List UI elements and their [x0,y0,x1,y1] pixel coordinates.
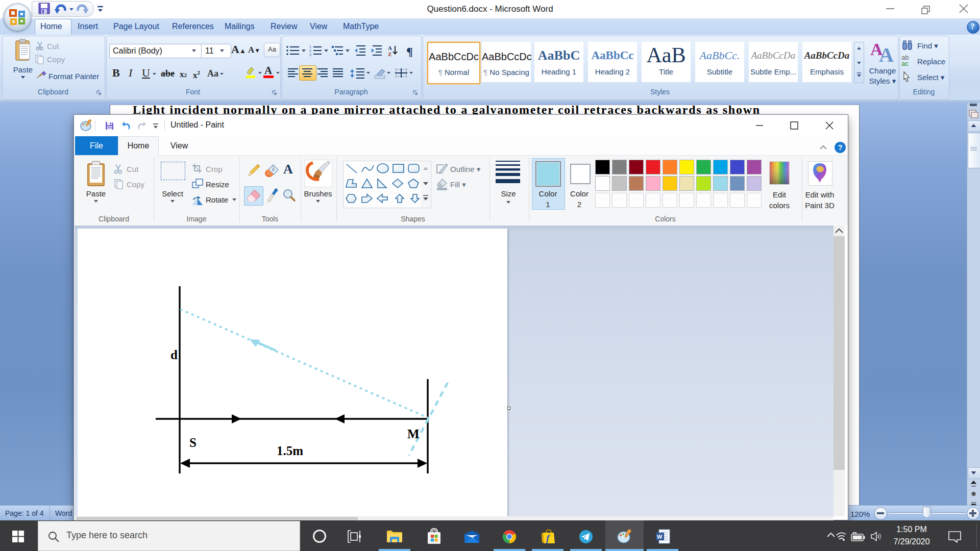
svg-text:3: 3 [309,53,311,57]
svg-text:S: S [189,436,197,449]
svg-text:W: W [657,534,663,540]
svg-text:Z: Z [388,51,391,57]
svg-text:1: 1 [309,45,311,48]
svg-text:2: 2 [309,49,311,53]
svg-text:d: d [170,348,178,362]
svg-text:1.5m: 1.5m [277,444,303,458]
svg-text:A: A [388,45,392,51]
svg-text:M: M [407,427,420,441]
svg-text:¶: ¶ [406,45,413,58]
